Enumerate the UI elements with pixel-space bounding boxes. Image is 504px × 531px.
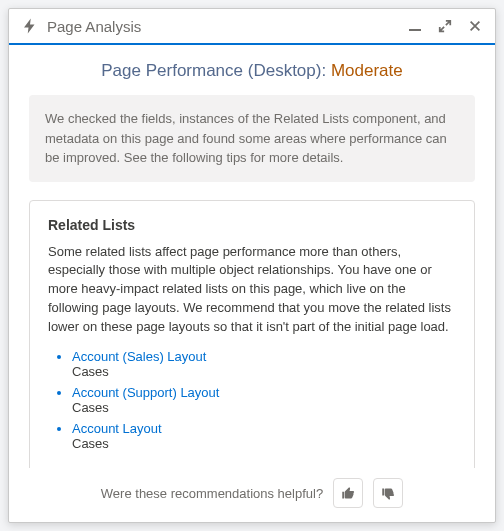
layout-sub: Cases [72,364,456,379]
list-item: Account (Sales) Layout Cases [72,349,456,379]
thumbs-down-button[interactable] [373,478,403,508]
minimize-button[interactable] [407,18,423,34]
expand-button[interactable] [437,18,453,34]
performance-rating: Moderate [331,61,403,80]
layout-link[interactable]: Account (Support) Layout [72,385,456,400]
list-item: Account Layout Cases [72,421,456,451]
card-description: Some related lists affect page performan… [48,243,456,337]
layout-sub: Cases [72,400,456,415]
list-item: Account (Support) Layout Cases [72,385,456,415]
page-analysis-panel: Page Analysis Page Performance (Desktop)… [8,8,496,523]
panel-header: Page Analysis [9,9,495,45]
layout-link[interactable]: Account Layout [72,421,456,436]
performance-label: Page Performance (Desktop): [101,61,331,80]
feedback-footer: Were these recommendations helpful? [9,468,495,522]
card-title: Related Lists [48,217,456,233]
close-button[interactable] [467,18,483,34]
svg-rect-0 [409,29,421,31]
performance-heading: Page Performance (Desktop): Moderate [29,61,475,81]
lightning-icon [21,17,39,35]
summary-box: We checked the fields, instances of the … [29,95,475,182]
feedback-prompt: Were these recommendations helpful? [101,486,323,501]
layout-link[interactable]: Account (Sales) Layout [72,349,456,364]
related-lists-card: Related Lists Some related lists affect … [29,200,475,469]
thumbs-up-button[interactable] [333,478,363,508]
layout-sub: Cases [72,436,456,451]
panel-title: Page Analysis [47,18,407,35]
